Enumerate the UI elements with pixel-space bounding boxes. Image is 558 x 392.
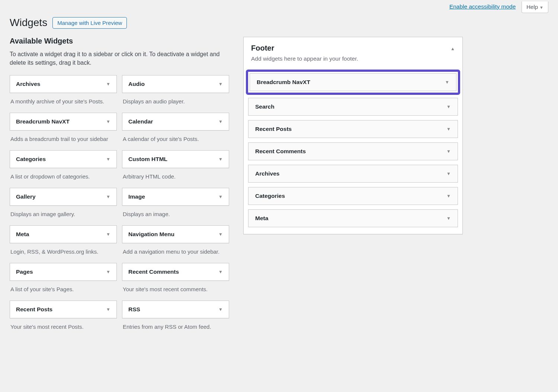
chevron-down-icon: ▼ <box>446 171 451 176</box>
available-widget-item[interactable]: Archives▼ <box>10 75 117 93</box>
sidebar-widget-wrap: Meta▼ <box>248 209 458 227</box>
sidebar-widget-label: Archives <box>255 170 279 177</box>
available-widgets-column: Available Widgets To activate a widget d… <box>10 37 229 338</box>
chevron-down-icon: ▼ <box>218 307 223 312</box>
available-widget-label: Gallery <box>16 193 36 200</box>
available-widget-desc: A list of your site's Pages. <box>10 281 117 297</box>
sidebar-widget-label: Meta <box>255 215 268 222</box>
chevron-down-icon: ▼ <box>218 194 223 199</box>
available-widget-item[interactable]: Meta▼ <box>10 225 117 243</box>
available-widget-cell: Audio▼Displays an audio player. <box>122 75 229 109</box>
available-widget-desc: Displays an image gallery. <box>10 206 117 222</box>
available-widget-label: Pages <box>16 269 33 275</box>
sidebar-widget-label: Recent Posts <box>255 126 292 132</box>
available-widget-item[interactable]: Categories▼ <box>10 150 117 168</box>
available-widgets-title: Available Widgets <box>10 37 229 45</box>
available-widget-item[interactable]: Recent Posts▼ <box>10 301 117 318</box>
chevron-down-icon: ▼ <box>446 104 451 109</box>
sidebar-widget-item[interactable]: Archives▼ <box>248 165 458 183</box>
chevron-down-icon: ▼ <box>218 269 223 274</box>
sidebar-widget-wrap: Archives▼ <box>248 165 458 183</box>
available-widget-cell: Calendar▼A calendar of your site's Posts… <box>122 113 229 147</box>
sidebar-widget-label: Breadcrumb NavXT <box>257 79 310 86</box>
sidebar-widget-label: Categories <box>255 193 285 199</box>
available-widget-label: Image <box>128 193 145 200</box>
available-widget-item[interactable]: Image▼ <box>122 188 229 206</box>
chevron-down-icon: ▼ <box>218 81 223 87</box>
available-widget-cell: Custom HTML▼Arbitrary HTML code. <box>122 150 229 184</box>
sidebar-header[interactable]: Footer ▲ <box>244 37 462 55</box>
available-widget-item[interactable]: RSS▼ <box>122 301 229 318</box>
available-widget-label: Navigation Menu <box>128 231 174 238</box>
chevron-down-icon: ▼ <box>106 307 110 312</box>
highlighted-widget-frame: Breadcrumb NavXT▼ <box>246 70 460 95</box>
chevron-down-icon: ▼ <box>446 216 451 221</box>
chevron-down-icon: ▼ <box>446 126 451 132</box>
available-widget-desc: Entries from any RSS or Atom feed. <box>122 318 229 334</box>
help-tab[interactable]: Help▼ <box>522 1 548 13</box>
available-widget-item[interactable]: Calendar▼ <box>122 113 229 131</box>
available-widget-desc: Login, RSS, & WordPress.org links. <box>10 243 117 259</box>
sidebar-widget-item[interactable]: Recent Comments▼ <box>248 142 458 160</box>
available-widget-label: RSS <box>128 306 140 313</box>
available-widget-desc: Your site's most recent Posts. <box>10 318 117 334</box>
available-widget-label: Archives <box>16 81 40 87</box>
help-label: Help <box>526 4 538 10</box>
sidebar-widget-item[interactable]: Meta▼ <box>248 209 458 227</box>
available-widget-label: Calendar <box>128 118 153 125</box>
available-widget-label: Breadcrumb NavXT <box>16 118 70 125</box>
chevron-down-icon: ▼ <box>445 80 449 85</box>
available-widget-item[interactable]: Custom HTML▼ <box>122 150 229 168</box>
available-widget-item[interactable]: Pages▼ <box>10 263 117 281</box>
sidebar-widget-wrap: Categories▼ <box>248 187 458 205</box>
sidebar-widget-item[interactable]: Categories▼ <box>248 187 458 205</box>
available-widget-item[interactable]: Navigation Menu▼ <box>122 225 229 243</box>
available-widget-cell: Breadcrumb NavXT▼Adds a breadcrumb trail… <box>10 113 117 147</box>
sidebar-desc: Add widgets here to appear in your foote… <box>244 55 462 67</box>
available-widget-cell: Gallery▼Displays an image gallery. <box>10 188 117 222</box>
chevron-down-icon: ▼ <box>218 119 223 124</box>
chevron-down-icon: ▼ <box>218 232 223 237</box>
sidebar-panel-footer: Footer ▲ Add widgets here to appear in y… <box>243 37 463 234</box>
chevron-down-icon: ▼ <box>106 81 110 87</box>
available-widget-desc: Your site's most recent comments. <box>122 281 229 297</box>
available-widget-item[interactable]: Breadcrumb NavXT▼ <box>10 113 117 131</box>
available-widget-label: Recent Posts <box>16 306 52 313</box>
available-widget-item[interactable]: Audio▼ <box>122 75 229 93</box>
available-widget-cell: Meta▼Login, RSS, & WordPress.org links. <box>10 225 117 259</box>
sidebar-widget-label: Search <box>255 103 275 110</box>
available-widget-desc: A monthly archive of your site's Posts. <box>10 93 117 109</box>
chevron-down-icon: ▼ <box>106 157 110 162</box>
sidebar-widget-wrap: Search▼ <box>248 98 458 116</box>
chevron-down-icon: ▼ <box>106 119 110 124</box>
available-widget-cell: Recent Comments▼Your site's most recent … <box>122 263 229 297</box>
live-preview-button[interactable]: Manage with Live Preview <box>52 17 127 29</box>
chevron-down-icon: ▼ <box>539 5 543 10</box>
available-widget-cell: Categories▼A list or dropdown of categor… <box>10 150 117 184</box>
available-widget-label: Meta <box>16 231 29 238</box>
available-widget-cell: Recent Posts▼Your site's most recent Pos… <box>10 301 117 334</box>
page-title: Widgets <box>10 17 47 29</box>
available-widget-label: Audio <box>128 81 145 87</box>
available-widget-label: Categories <box>16 156 46 163</box>
sidebar-widget-item[interactable]: Recent Posts▼ <box>248 120 458 138</box>
sidebar-widget-item[interactable]: Search▼ <box>248 98 458 116</box>
available-widget-cell: Image▼Displays an image. <box>122 188 229 222</box>
chevron-down-icon: ▼ <box>446 193 451 199</box>
available-widget-desc: A calendar of your site's Posts. <box>122 131 229 147</box>
available-widget-cell: Archives▼A monthly archive of your site'… <box>10 75 117 109</box>
chevron-down-icon: ▼ <box>106 194 110 199</box>
available-widget-cell: Pages▼A list of your site's Pages. <box>10 263 117 297</box>
sidebar-widget-label: Recent Comments <box>255 148 306 155</box>
sidebar-widget-wrap: Recent Posts▼ <box>248 120 458 138</box>
available-widget-desc: Add a navigation menu to your sidebar. <box>122 243 229 259</box>
available-widget-cell: Navigation Menu▼Add a navigation menu to… <box>122 225 229 259</box>
chevron-down-icon: ▼ <box>106 269 110 274</box>
available-widget-item[interactable]: Recent Comments▼ <box>122 263 229 281</box>
available-widgets-desc: To activate a widget drag it to a sideba… <box>10 50 229 67</box>
accessibility-mode-link[interactable]: Enable accessibility mode <box>449 1 516 10</box>
chevron-down-icon: ▼ <box>446 149 451 154</box>
sidebar-widget-item[interactable]: Breadcrumb NavXT▼ <box>250 73 456 91</box>
available-widget-item[interactable]: Gallery▼ <box>10 188 117 206</box>
sidebar-title: Footer <box>251 44 274 52</box>
